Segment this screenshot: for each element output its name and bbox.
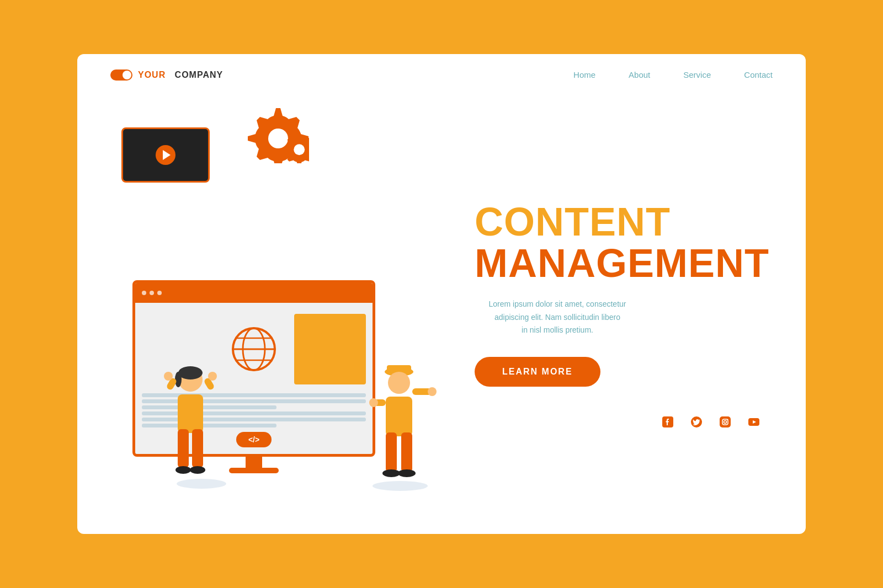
hero-title-line1: CONTENT: [475, 201, 773, 243]
globe-icon: [218, 309, 290, 389]
logo: YOUR COMPANY: [110, 70, 223, 81]
svg-rect-27: [386, 432, 397, 472]
facebook-icon[interactable]: [660, 414, 675, 430]
svg-point-30: [398, 469, 416, 477]
nav-link-about[interactable]: About: [629, 70, 650, 79]
navbar: YOUR COMPANY Home About Service Contact: [77, 54, 806, 92]
svg-point-8: [178, 366, 203, 379]
svg-point-16: [190, 466, 205, 474]
instagram-icon[interactable]: [717, 414, 733, 430]
hero-description: Lorem ipsum dolor sit amet, consectetur …: [475, 298, 640, 337]
dot-2: [150, 291, 154, 295]
right-content: CONTENT MANAGEMENT Lorem ipsum dolor sit…: [453, 92, 773, 517]
svg-point-21: [388, 372, 410, 394]
svg-rect-22: [386, 397, 412, 436]
dot-3: [157, 291, 162, 295]
svg-rect-14: [192, 429, 203, 468]
dot-1: [142, 291, 146, 295]
svg-point-1: [294, 144, 305, 155]
svg-point-0: [268, 129, 288, 148]
person-left: [160, 364, 221, 491]
gear-icon: [237, 103, 309, 165]
illustration-area: </>: [110, 92, 430, 517]
twitter-icon[interactable]: [689, 414, 704, 430]
nav-item-service[interactable]: Service: [683, 70, 711, 80]
monitor-stand: [246, 457, 262, 473]
svg-point-15: [175, 466, 191, 474]
nav-links: Home About Service Contact: [573, 70, 773, 80]
video-card: [121, 127, 210, 183]
nav-item-home[interactable]: Home: [573, 70, 595, 80]
nav-item-contact[interactable]: Contact: [744, 70, 773, 80]
nav-link-contact[interactable]: Contact: [744, 70, 773, 79]
svg-point-36: [727, 419, 728, 420]
svg-rect-33: [720, 416, 731, 427]
svg-rect-28: [401, 432, 412, 472]
social-icons: [475, 414, 762, 430]
page-wrapper: YOUR COMPANY Home About Service Contact: [0, 0, 883, 588]
nav-link-home[interactable]: Home: [573, 70, 595, 79]
youtube-icon[interactable]: [746, 414, 762, 430]
svg-point-17: [164, 372, 173, 381]
nav-link-service[interactable]: Service: [683, 70, 711, 79]
svg-rect-13: [178, 429, 189, 468]
main-content: </>: [77, 92, 806, 534]
svg-point-29: [382, 469, 400, 477]
svg-point-18: [208, 372, 217, 381]
nav-item-about[interactable]: About: [629, 70, 650, 80]
hero-title-line2: MANAGEMENT: [475, 243, 773, 285]
svg-point-9: [175, 372, 182, 387]
person-right: [367, 361, 433, 493]
logo-text: YOUR COMPANY: [138, 70, 223, 80]
learn-more-button[interactable]: LEARN MORE: [475, 357, 600, 387]
play-button-icon[interactable]: [156, 145, 175, 165]
logo-toggle-icon: [110, 70, 132, 81]
svg-point-26: [428, 387, 437, 396]
svg-point-25: [369, 398, 378, 407]
content-box: [294, 314, 366, 384]
svg-rect-10: [178, 394, 203, 433]
code-tag: </>: [236, 432, 272, 447]
hero-title: CONTENT MANAGEMENT: [475, 201, 773, 285]
monitor-bar: [135, 283, 373, 303]
landing-card: YOUR COMPANY Home About Service Contact: [77, 54, 806, 534]
